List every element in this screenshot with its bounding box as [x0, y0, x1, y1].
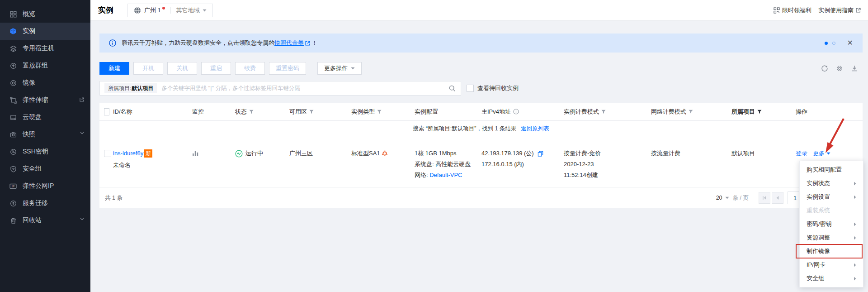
table-footer: 共 1 条 20 条 / 页 1 [99, 187, 863, 208]
select-all-checkbox[interactable] [104, 108, 109, 115]
recycle-checkbox[interactable] [467, 85, 474, 92]
chevron-down-icon [80, 218, 84, 220]
filter-icon[interactable] [377, 110, 382, 114]
menu-item-security-group[interactable]: 安全组 [800, 272, 863, 285]
billing-time: 11:52:14创建 [564, 170, 647, 181]
menu-item-resource-adjust[interactable]: 资源调整 [800, 231, 863, 244]
create-button[interactable]: 新建 [99, 62, 129, 75]
search-icon[interactable] [448, 85, 456, 92]
sidebar-item-label: 实例 [23, 27, 35, 35]
cloud-disk-icon [9, 114, 17, 121]
sidebar-item-placement-group[interactable]: 置放群组 [0, 57, 90, 74]
reset-password-button[interactable]: 重置密码 [269, 62, 306, 75]
private-ip: 172.16.0.15 (内) [481, 159, 560, 170]
power-on-button[interactable]: 开机 [133, 62, 163, 75]
sidebar-item-eip[interactable]: IP 弹性公网IP [0, 177, 90, 195]
close-icon[interactable]: ✕ [847, 39, 853, 47]
filter-icon[interactable] [309, 110, 314, 114]
caret-down-icon [826, 152, 830, 155]
col-project: 所属项目 [731, 108, 796, 116]
security-group-shield-icon [9, 165, 17, 172]
sidebar-item-ssh-keys[interactable]: SSH密钥 [0, 143, 90, 160]
vpc-link[interactable]: Default-VPC [429, 172, 462, 178]
more-actions-button[interactable]: 更多操作 [317, 62, 362, 75]
sidebar-item-dedicated-host[interactable]: 专用宿主机 [0, 40, 90, 57]
sidebar-item-snapshots[interactable]: 快照 [0, 126, 90, 143]
row-checkbox[interactable] [104, 150, 111, 157]
notice-coupon-link[interactable]: 快照代金券 [274, 39, 304, 47]
external-link-icon [305, 41, 310, 46]
menu-item-instance-settings[interactable]: 实例设置 [800, 190, 863, 204]
region-other-dropdown[interactable]: 其它地域 [176, 6, 207, 14]
search-input[interactable] [161, 85, 448, 91]
renew-button[interactable]: 续费 [235, 62, 265, 75]
filter-icon[interactable] [689, 110, 693, 114]
restart-button[interactable]: 重启 [201, 62, 231, 75]
recycle-filter[interactable]: 查看待回收实例 [467, 84, 519, 92]
images-icon [9, 79, 17, 86]
sidebar-item-cloud-disk[interactable]: 云硬盘 [0, 109, 90, 126]
menu-item-reinstall-system: 重装系统 [800, 204, 863, 217]
info-icon[interactable] [513, 109, 519, 115]
sidebar-item-auto-scaling[interactable]: 弹性伸缩 [0, 91, 90, 109]
topbar-links: 限时领福利 实例使用指南 [774, 6, 868, 14]
more-actions-menu: 购买相同配置 实例状态 实例设置 重装系统 密码/密钥 资源调整 制作镜像 IP… [799, 161, 863, 287]
cloud-console-app: 概览 实例 专用宿主机 置放群组 镜像 弹性伸缩 云硬盘 快照 [0, 0, 868, 292]
gear-icon[interactable] [836, 65, 843, 72]
login-link[interactable]: 登录 [796, 148, 807, 159]
sidebar-item-service-migration[interactable]: 服务迁移 [0, 195, 90, 212]
copy-icon[interactable] [538, 151, 543, 157]
search-box[interactable]: 所属项目:默认项目 [99, 81, 461, 96]
first-page-button[interactable] [759, 192, 770, 204]
refresh-icon[interactable] [821, 65, 828, 72]
back-to-list-link[interactable]: 返回原列表 [521, 125, 549, 133]
promo-link[interactable]: 限时领福利 [774, 6, 811, 14]
menu-item-instance-status[interactable]: 实例状态 [800, 177, 863, 190]
filter-icon[interactable] [249, 110, 254, 114]
sidebar-item-security-groups[interactable]: 安全组 [0, 160, 90, 177]
sidebar-item-label: 置放群组 [23, 62, 48, 70]
menu-item-create-image[interactable]: 制作镜像 [800, 244, 863, 258]
content: 腾讯云千万补贴，力助云硬盘数据安全，点击领取您专属的快照代金券！ ✕ 新建 开机… [90, 21, 868, 208]
prev-page-button[interactable] [772, 192, 783, 204]
info-icon [109, 39, 116, 47]
page-size-select[interactable]: 20 [716, 195, 729, 201]
carousel-dot-active[interactable] [825, 42, 828, 45]
config-disk: 系统盘: 高性能云硬盘 [415, 159, 478, 170]
guide-link[interactable]: 实例使用指南 [818, 6, 861, 14]
row-more-dropdown[interactable]: 更多 [813, 148, 830, 159]
filter-icon[interactable] [601, 110, 606, 114]
col-billing: 实例计费模式 [564, 108, 651, 116]
placement-group-icon [9, 62, 17, 69]
instance-id-link[interactable]: ins-lduref6y [113, 148, 143, 159]
menu-item-ip-nic[interactable]: IP/网卡 [800, 258, 863, 272]
table-tools [821, 65, 863, 72]
instance-table: ID/名称 监控 状态 可用区 实例类型 实例配置 主IPv4地址 实例计费模式… [99, 103, 863, 208]
snapshot-camera-icon [9, 131, 17, 138]
shutdown-button[interactable]: 关机 [167, 62, 197, 75]
sidebar-item-label: 快照 [23, 130, 35, 139]
sidebar-item-instances[interactable]: 实例 [0, 23, 90, 40]
sidebar-item-recycle-bin[interactable]: 回收站 [0, 212, 90, 229]
region-selector[interactable]: 广州 1 其它地域 [127, 4, 213, 17]
col-net-billing: 网络计费模式 [651, 108, 731, 116]
project-cell: 默认项目 [731, 148, 796, 159]
topbar: 实例 广州 1 其它地域 限时领福利 实例使用指南 [90, 0, 868, 21]
filter-icon[interactable] [757, 110, 762, 114]
menu-item-buy-same-config[interactable]: 购买相同配置 [800, 163, 863, 177]
monitor-chart-icon[interactable] [192, 150, 199, 157]
sidebar-item-images[interactable]: 镜像 [0, 74, 90, 91]
download-icon[interactable] [851, 65, 858, 72]
instance-cube-icon [9, 28, 17, 35]
notice-banner: 腾讯云千万补贴，力助云硬盘数据安全，点击领取您专属的快照代金券！ ✕ [99, 34, 863, 53]
carousel-dot[interactable] [832, 42, 835, 45]
filter-tag[interactable]: 所属项目:默认项目 [104, 83, 157, 93]
menu-item-password-key[interactable]: 密码/密钥 [800, 217, 863, 231]
recycle-label: 查看待回收实例 [477, 84, 519, 92]
search-result-note: 搜索 “所属项目:默认项目”，找到 1 条结果 返回原列表 [99, 121, 863, 137]
col-type: 实例类型 [351, 108, 415, 116]
new-badge: 新 [144, 149, 152, 158]
submenu-arrow-icon [854, 263, 856, 267]
config-network: 网络: Default-VPC [415, 170, 478, 181]
sidebar-item-overview[interactable]: 概览 [0, 5, 90, 23]
